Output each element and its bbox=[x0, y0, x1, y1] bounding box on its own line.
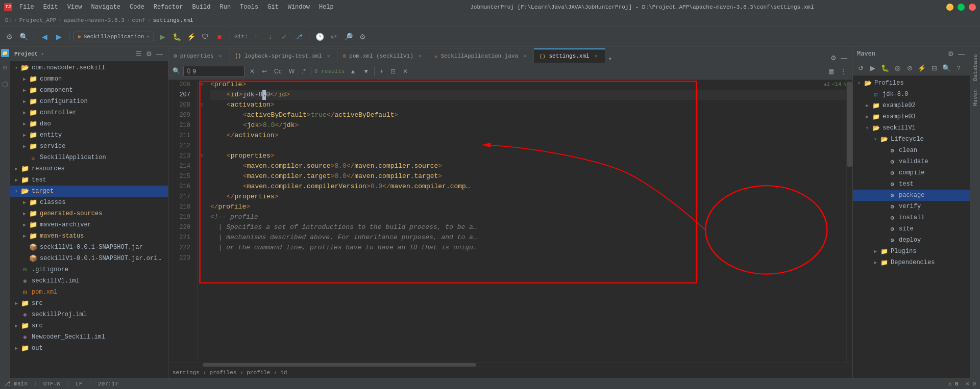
search-funnel-btn[interactable]: ⋮ bbox=[838, 67, 848, 76]
tree-item-src2[interactable]: ▶ 📁 src bbox=[10, 320, 168, 331]
search-input[interactable] bbox=[192, 68, 223, 75]
menu-edit[interactable]: Edit bbox=[39, 3, 62, 12]
menu-git[interactable]: Git bbox=[263, 3, 283, 12]
toolbar-settings2-btn[interactable]: ⚙ bbox=[356, 31, 369, 43]
run-config-dropdown[interactable]: ▶ SeckillApplication ▾ bbox=[74, 32, 154, 41]
tree-item-dao[interactable]: ▶ 📁 dao bbox=[10, 118, 168, 129]
breadcrumb-conf[interactable]: conf bbox=[132, 17, 145, 23]
window-controls[interactable] bbox=[946, 4, 976, 11]
code-editor[interactable]: 206 207 208 209 210 211 212 213 214 215 … bbox=[168, 80, 852, 362]
search-whole-word-btn[interactable]: W bbox=[287, 67, 297, 76]
breadcrumb-drive[interactable]: D: bbox=[5, 17, 12, 23]
tree-item-test[interactable]: ▶ 📁 test bbox=[10, 174, 168, 186]
tree-item-controller[interactable]: ▶ 📁 controller bbox=[10, 107, 168, 118]
tree-item-iml1[interactable]: ▶ ◈ seckillV1.iml bbox=[10, 275, 168, 287]
fold-line213[interactable]: ▽ bbox=[198, 151, 206, 161]
maven-run-btn[interactable]: ▶ bbox=[867, 63, 878, 74]
search-clear-btn[interactable]: ✕ bbox=[248, 67, 257, 76]
scrollbar-thumb[interactable] bbox=[847, 82, 852, 167]
tree-item-seckill-app[interactable]: ▶ ☕ SeckillApplication bbox=[10, 152, 168, 163]
close-button[interactable] bbox=[969, 4, 976, 11]
horizontal-scrollbar[interactable] bbox=[168, 362, 852, 367]
tree-item-jar1[interactable]: ▶ 📦 seckillV1-0.0.1-SNAPSHOT.jar bbox=[10, 242, 168, 253]
tree-item-resources[interactable]: ▶ 📁 resources bbox=[10, 163, 168, 174]
maven-plugins[interactable]: ▶ 📁 Plugins bbox=[853, 246, 970, 257]
maven-debug-btn[interactable]: 🐛 bbox=[879, 63, 891, 74]
project-panel-close-btn[interactable]: — bbox=[155, 49, 164, 59]
editor-scrollbar[interactable] bbox=[846, 80, 852, 362]
code-content[interactable]: <profile> ▲1 ✓14 ∧ <id>jdk-8.0</id> bbox=[206, 80, 846, 362]
tree-item-entity[interactable]: ▶ 📁 entity bbox=[10, 129, 168, 141]
hscroll-thumb[interactable] bbox=[203, 363, 476, 367]
tree-item-iml3[interactable]: ▶ ◈ Newcoder_Seckill.iml bbox=[10, 331, 168, 343]
tab-overflow-btn[interactable]: ▾ bbox=[605, 55, 615, 63]
breadcrumb-file[interactable]: settings.xml bbox=[153, 17, 193, 23]
tree-item-gitignore[interactable]: ▶ ⊙ .gitignore bbox=[10, 264, 168, 275]
project-panel-tools[interactable]: ☰ ⚙ — bbox=[135, 49, 164, 59]
maven-lifecycle-clean[interactable]: ▶ ⚙ clean bbox=[853, 145, 970, 156]
project-panel-layout-btn[interactable]: ☰ bbox=[135, 49, 143, 59]
project-panel-gear-btn[interactable]: ⚙ bbox=[145, 49, 153, 59]
toolbar-undo-btn[interactable]: ↩ bbox=[328, 31, 340, 43]
search-add-occurrence-btn[interactable]: + bbox=[378, 67, 385, 76]
status-line-ending[interactable]: LF bbox=[76, 381, 82, 387]
maven-seckillv1[interactable]: ▾ 📂 seckillV1 bbox=[853, 122, 970, 134]
tab-bar-minus[interactable]: — bbox=[840, 53, 848, 63]
menu-run[interactable]: Run bbox=[215, 3, 235, 12]
toolbar-back-btn[interactable]: ◀ bbox=[38, 31, 51, 43]
maven-panel-toggle[interactable]: Maven bbox=[971, 86, 979, 109]
tab-settings[interactable]: ⟨⟩ settings.xml ✕ bbox=[534, 48, 605, 63]
coverage-button[interactable]: 🛡 bbox=[199, 31, 211, 43]
maven-example03[interactable]: ▶ 📁 example03 bbox=[853, 111, 970, 122]
maven-jdk80[interactable]: ▶ ☑ jdk-8.0 bbox=[853, 89, 970, 100]
maven-lifecycle-validate[interactable]: ▶ ⚙ validate bbox=[853, 156, 970, 167]
menu-code[interactable]: Code bbox=[126, 3, 149, 12]
tree-item-jar2[interactable]: ▶ 📦 seckillV1-0.0.1-SNAPSHOT.jar.ori… bbox=[10, 253, 168, 264]
toolbar-find-btn[interactable]: 🔎 bbox=[342, 31, 354, 43]
maven-collapse-all-btn[interactable]: ⊟ bbox=[928, 63, 940, 74]
menu-view[interactable]: View bbox=[63, 3, 86, 12]
tree-item-configuration[interactable]: ▶ 📁 configuration bbox=[10, 96, 168, 107]
menu-tools[interactable]: Tools bbox=[236, 3, 262, 12]
project-panel-toggle[interactable]: 📁 bbox=[1, 49, 9, 57]
stop-button[interactable]: ■ bbox=[213, 31, 226, 43]
tree-item-pom[interactable]: ▶ m pom.xml bbox=[10, 287, 168, 298]
maven-lifecycle-site[interactable]: ▶ ⚙ site bbox=[853, 223, 970, 235]
tree-item-root-package[interactable]: ▾ 📂 com.nowcoder.seckill bbox=[10, 62, 168, 73]
tree-item-iml2[interactable]: ▶ ◈ seckillProj.iml bbox=[10, 309, 168, 320]
menu-help[interactable]: Help bbox=[315, 3, 338, 12]
maven-generate-sources-btn[interactable]: ⚡ bbox=[916, 63, 927, 74]
maven-lifecycle-compile[interactable]: ▶ ⚙ compile bbox=[853, 167, 970, 178]
git-update-btn[interactable]: ↑ bbox=[250, 31, 262, 43]
maven-search-btn[interactable]: 🔍 bbox=[941, 63, 952, 74]
search-select-occurrences-btn[interactable]: ⊡ bbox=[388, 67, 398, 76]
maven-help-btn[interactable]: ? bbox=[953, 63, 964, 74]
maven-lifecycle-verify[interactable]: ▶ ⚙ verify bbox=[853, 201, 970, 212]
menu-refactor[interactable]: Refactor bbox=[150, 3, 187, 12]
tree-item-classes[interactable]: ▶ 📁 classes bbox=[10, 197, 168, 208]
tab-close-properties[interactable]: ✕ bbox=[217, 53, 224, 60]
search-input-wrap[interactable]: Q bbox=[183, 66, 244, 77]
tree-item-component[interactable]: ▶ 📁 component bbox=[10, 85, 168, 96]
maven-reload-btn[interactable]: ↺ bbox=[855, 63, 866, 74]
search-close-btn[interactable]: ✕ bbox=[401, 67, 410, 76]
tree-item-service[interactable]: ▶ 📁 service bbox=[10, 141, 168, 152]
minimize-button[interactable] bbox=[946, 4, 953, 11]
maven-dependencies[interactable]: ▶ 📁 Dependencies bbox=[853, 257, 970, 268]
breadcrumb-project-app[interactable]: Project_APP bbox=[19, 17, 57, 23]
maven-skip-tests-btn[interactable]: ⊘ bbox=[904, 63, 915, 74]
tab-bar-gear[interactable]: ⚙ bbox=[829, 53, 838, 63]
fold-line208[interactable]: ▽ bbox=[198, 100, 206, 110]
tree-item-target[interactable]: ▾ 📂 target bbox=[10, 186, 168, 197]
database-panel-toggle[interactable]: Database bbox=[971, 51, 979, 84]
maven-lifecycle-test[interactable]: ▶ ⚙ test bbox=[853, 178, 970, 190]
commit-icon[interactable]: ⊙ bbox=[1, 61, 9, 74]
maven-panel-settings-btn[interactable]: ⚙ bbox=[947, 49, 955, 59]
maven-example02[interactable]: ▶ 📁 example02 bbox=[853, 100, 970, 111]
git-commit-btn[interactable]: ✓ bbox=[278, 31, 290, 43]
maven-lifecycle[interactable]: ▾ 📂 Lifecycle bbox=[853, 134, 970, 145]
search-regex-btn[interactable]: .* bbox=[300, 67, 308, 76]
menu-build[interactable]: Build bbox=[188, 3, 214, 12]
maximize-button[interactable] bbox=[958, 4, 965, 11]
tab-close-pom[interactable]: ✕ bbox=[416, 53, 424, 60]
